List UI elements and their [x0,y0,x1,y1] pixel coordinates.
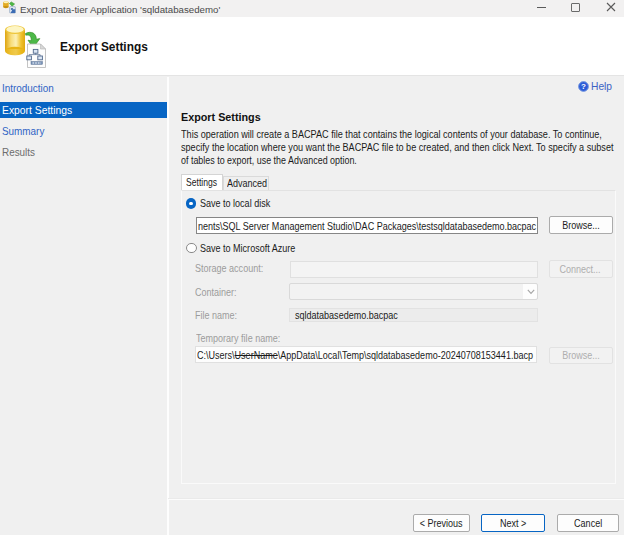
svg-text:?: ? [581,82,586,91]
